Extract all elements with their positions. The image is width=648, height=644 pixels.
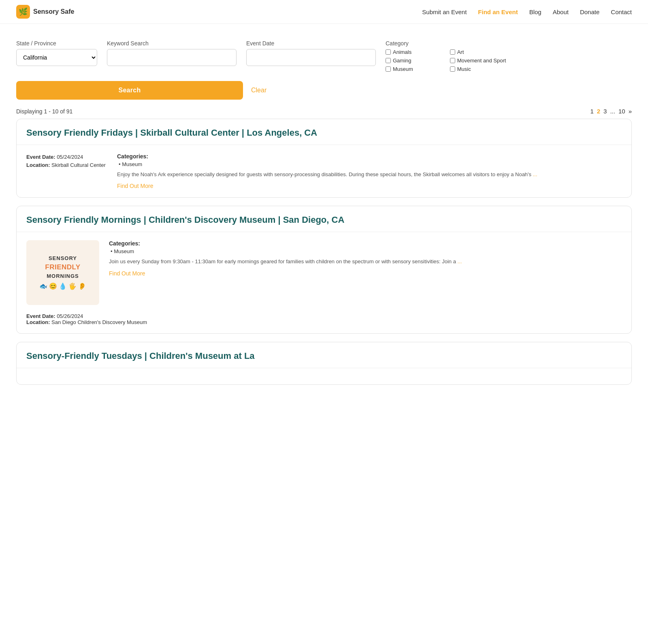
site-logo[interactable]: 🌿 Sensory Safe: [16, 5, 74, 19]
event-image: SENSORYFRIENDLYMORNINGS🐟😊💧🖐️👂: [26, 240, 99, 305]
category-art[interactable]: Art: [450, 49, 506, 55]
nav-link-submit-an-event[interactable]: Submit an Event: [422, 9, 467, 15]
event-meta-left: Event Date: 05/24/2024Location: Skirball…: [26, 153, 107, 190]
events-list: Sensory Friendly Fridays | Skirball Cult…: [0, 119, 648, 401]
state-select[interactable]: CaliforniaAlabamaAlaskaArizonaArkansasCo…: [16, 49, 97, 66]
event-card: Sensory Friendly Fridays | Skirball Cult…: [16, 119, 632, 198]
logo-icon: 🌿: [16, 5, 30, 19]
event-card: Sensory Friendly Mornings | Children's D…: [16, 206, 632, 334]
search-button[interactable]: Search: [16, 81, 243, 100]
event-title[interactable]: Sensory Friendly Mornings | Children's D…: [26, 214, 622, 226]
date-input[interactable]: [246, 49, 376, 66]
event-location: Location: Skirball Cultural Center: [26, 161, 107, 170]
nav-link-contact[interactable]: Contact: [611, 9, 632, 15]
category-museum[interactable]: Museum: [386, 66, 442, 72]
nav-link-about[interactable]: About: [553, 9, 569, 15]
event-category: Museum: [119, 161, 622, 167]
pagination-1[interactable]: 1: [590, 108, 593, 115]
event-title[interactable]: Sensory-Friendly Tuesdays | Children's M…: [26, 350, 622, 362]
event-meta: Event Date: 05/26/2024Location: San Dieg…: [17, 313, 631, 333]
event-categories: Categories:MuseumEnjoy the Noah's Ark ex…: [117, 153, 622, 190]
find-out-more-link[interactable]: Find Out More: [109, 270, 145, 277]
pagination-3[interactable]: 3: [603, 108, 607, 115]
nav-link-donate[interactable]: Donate: [580, 9, 599, 15]
category-gaming[interactable]: Gaming: [386, 58, 442, 64]
date-filter: Event Date: [246, 40, 376, 66]
pagination: 123...10»: [590, 108, 632, 115]
event-body: Event Date: 05/24/2024Location: Skirball…: [17, 145, 631, 198]
keyword-label: Keyword Search: [107, 40, 237, 47]
event-category: Museum: [111, 248, 622, 254]
pagination-ellipsis: ...: [610, 108, 615, 115]
event-categories: Categories:MuseumJoin us every Sunday fr…: [109, 240, 622, 305]
category-music[interactable]: Music: [450, 66, 506, 72]
event-title-section: Sensory-Friendly Tuesdays | Children's M…: [17, 342, 631, 368]
nav-links: Submit an EventFind an EventBlogAboutDon…: [422, 9, 632, 15]
nav-link-find-an-event[interactable]: Find an Event: [478, 9, 518, 15]
category-filter: Category Animals Art Gaming Movement and…: [386, 40, 506, 73]
pagination-2[interactable]: 2: [597, 108, 600, 115]
event-title-section: Sensory Friendly Mornings | Children's D…: [17, 206, 631, 232]
event-date: Event Date: 05/26/2024: [26, 313, 622, 319]
keyword-input[interactable]: [107, 49, 237, 66]
event-description: Join us every Sunday from 9:30am - 11:30…: [109, 258, 622, 266]
category-checkboxes: Animals Art Gaming Movement and Sport Mu…: [386, 49, 506, 73]
event-body: SENSORYFRIENDLYMORNINGS🐟😊💧🖐️👂Categories:…: [17, 232, 631, 313]
pagination-»[interactable]: »: [629, 108, 632, 115]
event-title-section: Sensory Friendly Fridays | Skirball Cult…: [17, 119, 631, 145]
category-movement-and-sport[interactable]: Movement and Sport: [450, 58, 506, 64]
event-card: Sensory-Friendly Tuesdays | Children's M…: [16, 342, 632, 385]
category-label: Category: [386, 40, 506, 47]
event-title[interactable]: Sensory Friendly Fridays | Skirball Cult…: [26, 127, 622, 139]
keyword-filter: Keyword Search: [107, 40, 237, 66]
state-label: State / Province: [16, 40, 97, 47]
navigation: 🌿 Sensory Safe Submit an EventFind an Ev…: [0, 0, 648, 24]
category-animals[interactable]: Animals: [386, 49, 442, 55]
event-date: Event Date: 05/24/2024: [26, 153, 107, 162]
find-out-more-link[interactable]: Find Out More: [117, 183, 153, 189]
clear-button[interactable]: Clear: [251, 87, 266, 94]
date-label: Event Date: [246, 40, 376, 47]
search-filters: State / Province CaliforniaAlabamaAlaska…: [16, 40, 632, 73]
nav-link-blog[interactable]: Blog: [529, 9, 541, 15]
results-meta: Displaying 1 - 10 of 91 123...10»: [0, 108, 648, 119]
event-location: Location: San Diego Children's Discovery…: [26, 319, 622, 325]
event-description: Enjoy the Noah's Ark experience speciall…: [117, 171, 622, 179]
results-count: Displaying 1 - 10 of 91: [16, 108, 72, 115]
search-row: Search Clear: [16, 81, 632, 100]
search-area: State / Province CaliforniaAlabamaAlaska…: [0, 24, 648, 108]
logo-text: Sensory Safe: [33, 8, 74, 15]
pagination-10[interactable]: 10: [618, 108, 625, 115]
state-filter: State / Province CaliforniaAlabamaAlaska…: [16, 40, 97, 66]
event-body: [17, 368, 631, 384]
